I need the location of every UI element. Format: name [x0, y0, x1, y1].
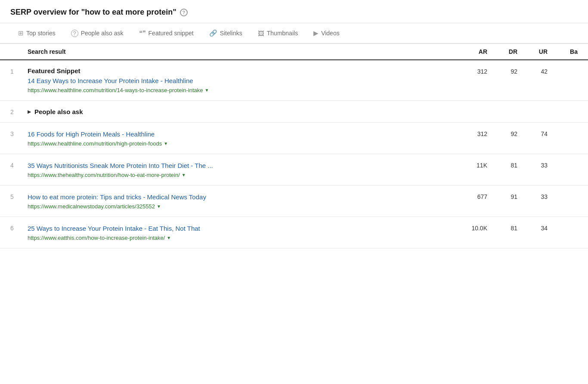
metric-ur: 42: [517, 67, 548, 75]
table-row: 2 ▶ People also ask: [0, 101, 588, 123]
metric-ba: [548, 130, 578, 130]
people-also-ask-row-label: ▶ People also ask: [28, 108, 578, 115]
result-position: 5: [10, 192, 28, 200]
expand-icon[interactable]: ▶: [28, 109, 31, 114]
result-url[interactable]: https://www.healthline.com/nutrition/14-…: [28, 87, 453, 93]
result-title-link[interactable]: 25 Ways to Increase Your Protein Intake …: [28, 224, 453, 233]
metric-ar: 11K: [453, 161, 487, 169]
nav-thumbnails-label: Thumbnails: [267, 30, 298, 37]
url-dropdown-icon[interactable]: ▼: [167, 235, 171, 240]
metric-dr: 81: [487, 224, 517, 232]
nav-thumbnails[interactable]: 🖼 Thumbnails: [250, 24, 306, 44]
col-ar: AR: [453, 48, 487, 55]
metric-dr: 92: [487, 67, 517, 75]
featured-snippet-icon: ❝❞: [139, 29, 146, 37]
metric-ur: 33: [517, 192, 548, 200]
metric-ur: 34: [517, 224, 548, 232]
nav-sitelinks-label: Sitelinks: [220, 30, 242, 37]
result-content: 16 Foods for High Protein Meals - Health…: [28, 130, 453, 147]
metric-ar: 312: [453, 130, 487, 137]
result-url[interactable]: https://www.medicalnewstoday.com/article…: [28, 203, 453, 210]
col-dr: DR: [487, 48, 517, 55]
metric-ba: [548, 192, 578, 193]
result-url[interactable]: https://www.thehealthy.com/nutrition/how…: [28, 172, 453, 178]
serp-nav: ⊞ Top stories ? People also ask ❝❞ Featu…: [0, 23, 588, 44]
nav-featured-snippet[interactable]: ❝❞ Featured snippet: [131, 23, 201, 44]
metric-ar: 10.0K: [453, 224, 487, 232]
videos-icon: ▶: [313, 29, 319, 37]
url-dropdown-icon[interactable]: ▼: [182, 173, 186, 177]
nav-top-stories[interactable]: ⊞ Top stories: [10, 23, 63, 44]
nav-people-also-ask[interactable]: ? People also ask: [63, 24, 131, 44]
nav-videos[interactable]: ▶ Videos: [306, 23, 347, 44]
url-dropdown-icon[interactable]: ▼: [157, 204, 161, 209]
result-content: How to eat more protein: Tips and tricks…: [28, 192, 453, 210]
table-header: Search result AR DR UR Ba: [0, 44, 588, 60]
page-title: SERP overview for "how to eat more prote…: [10, 8, 176, 17]
col-search-result: Search result: [28, 48, 453, 55]
nav-videos-label: Videos: [321, 30, 340, 37]
table-row: 1 Featured Snippet 14 Easy Ways to Incre…: [0, 60, 588, 101]
top-stories-icon: ⊞: [18, 29, 24, 37]
metric-ba: [548, 67, 578, 68]
result-url[interactable]: https://www.eatthis.com/how-to-increase-…: [28, 235, 453, 241]
result-title-link[interactable]: 14 Easy Ways to Increase Your Protein In…: [28, 76, 453, 85]
nav-featured-snippet-label: Featured snippet: [149, 30, 194, 37]
help-icon[interactable]: ?: [180, 9, 188, 16]
metric-ar: 677: [453, 192, 487, 200]
nav-sitelinks[interactable]: 🔗 Sitelinks: [201, 23, 250, 44]
result-position: 4: [10, 161, 28, 169]
nav-people-also-ask-label: People also ask: [81, 30, 124, 37]
result-url[interactable]: https://www.healthline.com/nutrition/hig…: [28, 140, 453, 147]
table-row: 3 16 Foods for High Protein Meals - Heal…: [0, 123, 588, 154]
thumbnails-icon: 🖼: [258, 30, 264, 37]
result-title-link[interactable]: 35 Ways Nutritionists Sneak More Protein…: [28, 161, 453, 170]
table-row: 5 How to eat more protein: Tips and tric…: [0, 186, 588, 217]
nav-top-stories-label: Top stories: [26, 30, 56, 37]
result-position: 3: [10, 130, 28, 137]
result-content: 25 Ways to Increase Your Protein Intake …: [28, 224, 453, 241]
page-header: SERP overview for "how to eat more prote…: [0, 0, 588, 23]
result-label: Featured Snippet: [28, 67, 453, 74]
metric-ar: 312: [453, 67, 487, 75]
result-content: Featured Snippet 14 Easy Ways to Increas…: [28, 67, 453, 93]
metric-dr: 91: [487, 192, 517, 200]
results-list: 1 Featured Snippet 14 Easy Ways to Incre…: [0, 60, 588, 248]
metric-ur: 74: [517, 130, 548, 137]
url-dropdown-icon[interactable]: ▼: [205, 88, 209, 93]
result-position: 2: [10, 108, 28, 115]
result-title-link[interactable]: How to eat more protein: Tips and tricks…: [28, 192, 453, 201]
table-row: 6 25 Ways to Increase Your Protein Intak…: [0, 217, 588, 248]
result-position: 1: [10, 67, 28, 75]
people-also-ask-icon: ?: [71, 30, 78, 37]
result-title-link[interactable]: 16 Foods for High Protein Meals - Health…: [28, 130, 453, 139]
col-ur: UR: [517, 48, 548, 55]
table-row: 4 35 Ways Nutritionists Sneak More Prote…: [0, 154, 588, 186]
sitelinks-icon: 🔗: [209, 29, 217, 37]
result-position: 6: [10, 224, 28, 232]
metric-dr: 92: [487, 130, 517, 137]
metric-ba: [548, 161, 578, 162]
url-dropdown-icon[interactable]: ▼: [164, 141, 168, 146]
metric-dr: 81: [487, 161, 517, 169]
metric-ba: [548, 224, 578, 225]
metric-ur: 33: [517, 161, 548, 169]
result-content: 35 Ways Nutritionists Sneak More Protein…: [28, 161, 453, 178]
col-ba: Ba: [548, 48, 578, 55]
